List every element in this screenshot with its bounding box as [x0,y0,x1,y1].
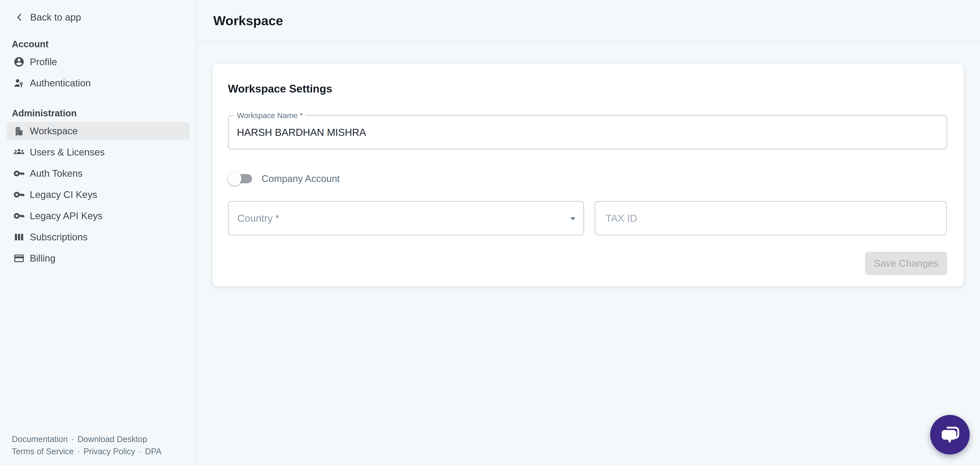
footer-separator: · [77,447,80,456]
footer-link-privacy-policy[interactable]: Privacy Policy [84,447,135,456]
chat-launcher-button[interactable] [930,415,970,454]
footer-link-download-desktop[interactable]: Download Desktop [78,435,147,444]
footer-link-documentation[interactable]: Documentation [12,435,68,444]
company-account-toggle[interactable] [228,172,252,185]
card-title: Workspace Settings [228,83,947,95]
tax-id-field [595,201,947,235]
footer-link-dpa[interactable]: DPA [145,447,161,456]
sidebar-item-label: Legacy API Keys [30,210,103,221]
back-to-app-button[interactable]: Back to app [14,12,81,23]
back-to-app-label: Back to app [30,12,81,23]
section-label-administration: Administration [12,108,196,119]
sidebar-item-legacy-ci-keys[interactable]: Legacy CI Keys [7,186,189,204]
sidebar-item-label: Workspace [30,126,78,137]
sidebar: Back to app Account Profile Authenticati… [0,0,197,465]
chevron-down-icon [568,213,578,223]
page-header: Workspace [197,0,980,42]
sidebar-item-label: Profile [30,56,57,67]
credit-card-icon [13,253,25,264]
footer-row-1: Documentation·Download Desktop [12,433,196,445]
building-icon [13,125,25,137]
sidebar-footer: Documentation·Download Desktop Terms of … [12,433,196,457]
company-account-label: Company Account [262,173,340,184]
footer-separator: · [71,435,74,444]
sidebar-item-users-licenses[interactable]: Users & Licenses [7,143,189,161]
sidebar-item-subscriptions[interactable]: Subscriptions [7,228,189,246]
company-account-row: Company Account [228,172,947,185]
workspace-settings-card: Workspace Settings Workspace Name * Comp… [213,64,964,287]
columns-icon [13,231,25,243]
sidebar-item-label: Legacy CI Keys [30,189,97,200]
passkey-icon [13,77,25,89]
save-changes-button[interactable]: Save Changes [865,252,947,275]
chevron-left-icon [14,12,24,22]
footer-row-2: Terms of Service·Privacy Policy·DPA [12,445,196,457]
workspace-name-input[interactable] [229,116,947,149]
main-content: Workspace Workspace Settings Workspace N… [197,0,980,465]
account-circle-icon [13,56,25,68]
sidebar-item-label: Users & Licenses [30,147,105,158]
country-tax-row: Country * [228,201,947,235]
groups-icon [13,147,25,158]
workspace-name-label: Workspace Name * [234,111,305,120]
key-icon [13,189,25,201]
key-icon [13,168,25,179]
sidebar-item-label: Authentication [30,78,91,89]
tax-id-input[interactable] [595,202,946,235]
save-row: Save Changes [228,252,947,275]
sidebar-item-label: Billing [30,253,55,264]
sidebar-item-billing[interactable]: Billing [7,249,189,267]
sidebar-item-profile[interactable]: Profile [7,53,189,71]
toggle-thumb [228,172,242,185]
sidebar-item-authentication[interactable]: Authentication [7,74,189,92]
sidebar-item-label: Auth Tokens [30,168,83,179]
sidebar-item-workspace[interactable]: Workspace [7,122,189,140]
sidebar-item-label: Subscriptions [30,232,88,242]
workspace-name-field: Workspace Name * [228,115,947,150]
section-label-account: Account [12,39,196,49]
chat-bubbles-icon [939,424,961,446]
sidebar-item-auth-tokens[interactable]: Auth Tokens [7,164,189,182]
page-title: Workspace [213,13,283,28]
country-select-label: Country * [237,212,568,224]
footer-separator: · [139,447,142,456]
country-select[interactable]: Country * [228,201,584,235]
key-icon [13,210,25,221]
sidebar-item-legacy-api-keys[interactable]: Legacy API Keys [7,207,189,225]
footer-link-terms-of-service[interactable]: Terms of Service [12,447,74,456]
